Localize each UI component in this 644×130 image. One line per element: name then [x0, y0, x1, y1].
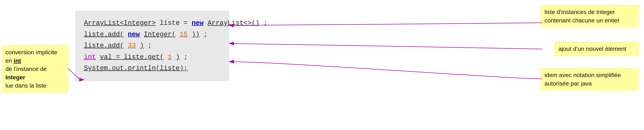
semicolon: ; — [204, 31, 208, 38]
code-text: liste = — [160, 19, 192, 27]
code-line-5: System.out.println(liste); — [84, 63, 220, 74]
closing-paren-2: )) — [192, 31, 200, 38]
annotation-bot-right: idem avec notation simplifiéeautorisée p… — [541, 68, 639, 90]
annotation-top-right-text: liste d’instances de Integercontenant ch… — [544, 9, 620, 24]
code-line-4: int val = liste.get( 1 ) ; — [84, 52, 220, 63]
val-assign: val = liste.get( — [100, 53, 164, 61]
annotation-mid-right: ajout d’un nouvel élément — [555, 42, 639, 56]
annotation-left-text: conversion implicite en intde l’instance… — [6, 49, 57, 89]
int-underline: int — [14, 57, 21, 64]
annotation-mid-right-text: ajout d’un nouvel élément — [558, 45, 626, 52]
annotation-top-right: liste d’instances de Integercontenant ch… — [541, 5, 639, 27]
code-line-2: liste.add( new Integer( 15 )) ; — [84, 29, 220, 40]
code-block: ArrayList<Integer> liste = new ArrayList… — [75, 11, 229, 81]
num-15: 15 — [180, 31, 188, 38]
annotation-left: conversion implicite en intde l’instance… — [2, 46, 68, 92]
liste-add-33: liste.add( — [84, 42, 124, 49]
arrow-mid-right — [229, 43, 542, 49]
code-line-3: liste.add( 33 ) ; — [84, 40, 220, 52]
integer-call: Integer( — [144, 31, 176, 38]
closing-paren-3: ) — [140, 42, 144, 49]
int-keyword: int — [84, 53, 96, 61]
annotation-bot-right-text: idem avec notation simplifiéeautorisée p… — [544, 72, 621, 87]
println-call: System.out.println(liste); — [84, 64, 188, 72]
integer-bold: Integer — [6, 74, 25, 81]
liste-add-call: liste.add( — [84, 31, 124, 38]
num-33: 33 — [128, 42, 136, 49]
semicolon-4: ; — [184, 53, 188, 61]
arraylist-type: ArrayList<Integer> — [84, 19, 156, 27]
arrow-top-right — [229, 23, 542, 25]
code-text: ; — [264, 19, 268, 27]
closing-paren-4: ) — [176, 53, 180, 61]
main-canvas: ArrayList<Integer> liste = new ArrayList… — [0, 0, 644, 130]
new-keyword-2: new — [128, 31, 140, 38]
semicolon-3: ; — [148, 42, 152, 49]
num-1: 1 — [168, 53, 172, 61]
arrow-bot-right — [229, 62, 542, 79]
code-line-1: ArrayList<Integer> liste = new ArrayList… — [84, 18, 220, 29]
new-keyword: new — [192, 19, 204, 27]
arraylist-constructor: ArrayList<>() — [208, 19, 260, 27]
